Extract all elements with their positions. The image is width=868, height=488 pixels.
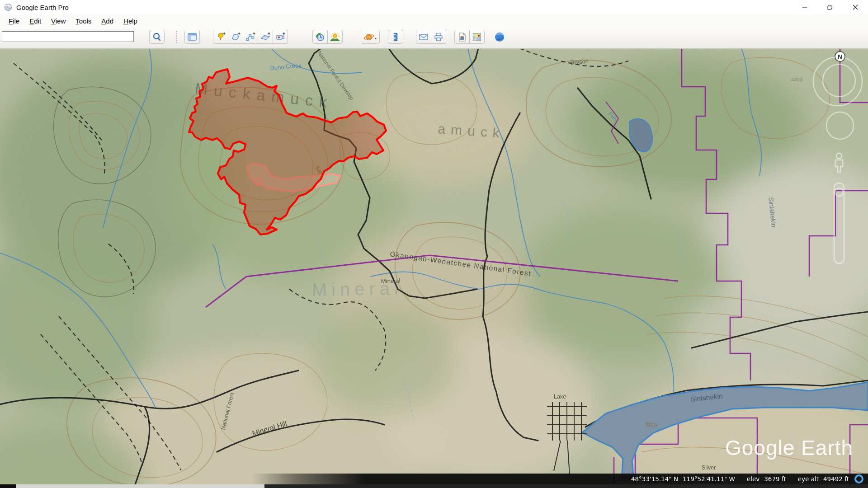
add-polygon-icon: + (230, 32, 241, 42)
add-path-icon: + (245, 32, 256, 42)
email-icon (418, 32, 429, 42)
save-image-icon (457, 32, 467, 42)
map-label: Mineral (311, 278, 403, 300)
menu-item-help[interactable]: Help (118, 16, 142, 26)
svg-text:+: + (238, 32, 241, 36)
add-path-button[interactable]: + (243, 30, 258, 44)
status-eyealt-value: 49492 ft (823, 475, 849, 483)
add-image-overlay-icon: + (260, 32, 271, 42)
google-earth-window: { "window": { "title": "Google Earth Pro… (0, 0, 868, 488)
menu-item-view[interactable]: View (46, 16, 71, 26)
view-in-maps-icon (472, 32, 482, 42)
svg-text:+: + (283, 32, 285, 36)
bottom-edge-strip (0, 484, 868, 488)
status-latitude: 48°33'15.14" N (631, 475, 678, 483)
add-placemark-button[interactable]: + (213, 30, 228, 44)
map-canvas[interactable]: Duno CreekMuckamuckamuckBrysonNational F… (0, 48, 868, 488)
bottom-strip-dark-left (0, 484, 16, 488)
toolbar: + + + + (0, 27, 868, 49)
view-in-maps-button[interactable] (469, 30, 485, 44)
menu-bar: FileEditViewToolsAddHelp (0, 14, 868, 27)
google-earth-app-icon (4, 3, 13, 12)
streaming-progress-icon (854, 474, 863, 483)
print-button[interactable] (431, 30, 446, 44)
add-polygon-button[interactable]: + (228, 30, 243, 44)
svg-text:+: + (253, 32, 255, 36)
title-bar: Google Earth Pro (0, 0, 868, 14)
map-label: 4423 (791, 77, 803, 82)
earth-web-button[interactable] (492, 30, 507, 44)
search-icon (152, 32, 162, 42)
record-tour-button[interactable]: + (273, 30, 288, 44)
print-icon (433, 32, 444, 42)
svg-text:+: + (223, 32, 226, 36)
ruler-button[interactable] (388, 30, 403, 44)
sunlight-button[interactable] (327, 30, 343, 44)
add-placemark-icon: + (215, 32, 226, 42)
google-earth-watermark: Google Earth (725, 436, 853, 460)
map-view[interactable]: Duno CreekMuckamuckamuckBrysonNational F… (0, 48, 868, 488)
status-longitude: 119°52'41.11" W (683, 475, 735, 483)
map-label: Silver (702, 465, 716, 471)
menu-item-add[interactable]: Add (96, 16, 118, 26)
ruler-icon (390, 32, 401, 42)
status-elev-label: elev (747, 475, 760, 483)
status-bar: 48°33'15.14" N 119°52'41.11" W elev 3679… (0, 474, 868, 484)
compass-north-label: N (838, 53, 842, 60)
sunlight-icon (330, 32, 340, 42)
close-icon (853, 5, 858, 10)
menu-item-file[interactable]: File (4, 16, 24, 26)
svg-text:+: + (268, 32, 270, 36)
add-image-overlay-button[interactable]: + (258, 30, 273, 44)
close-button[interactable] (843, 0, 868, 14)
minimize-button[interactable] (792, 0, 817, 14)
menu-item-edit[interactable]: Edit (24, 16, 46, 26)
save-image-button[interactable] (454, 30, 470, 44)
email-button[interactable] (416, 30, 431, 44)
earth-web-icon (494, 31, 505, 43)
planets-icon (363, 32, 377, 42)
window-title: Google Earth Pro (16, 4, 69, 11)
toolbar-separator (176, 31, 177, 43)
record-tour-icon: + (275, 32, 286, 42)
bottom-strip-dark-right (264, 484, 868, 488)
sidebar-toggle-icon (187, 32, 197, 42)
historical-imagery-button[interactable] (312, 30, 328, 44)
historical-imagery-icon (315, 32, 326, 42)
search-button[interactable] (149, 30, 165, 44)
restore-icon (827, 5, 833, 10)
maximize-button[interactable] (817, 0, 843, 14)
map-label: Lake (554, 394, 566, 400)
status-eyealt-label: eye alt (798, 475, 819, 483)
status-elev-value: 3679 ft (764, 475, 786, 483)
search-input[interactable] (2, 31, 134, 42)
planets-button[interactable] (361, 30, 380, 44)
sidebar-toggle-button[interactable] (184, 30, 200, 44)
bottom-strip-light[interactable] (16, 484, 264, 488)
minimize-icon (802, 5, 807, 10)
menu-item-tools[interactable]: Tools (71, 16, 96, 26)
